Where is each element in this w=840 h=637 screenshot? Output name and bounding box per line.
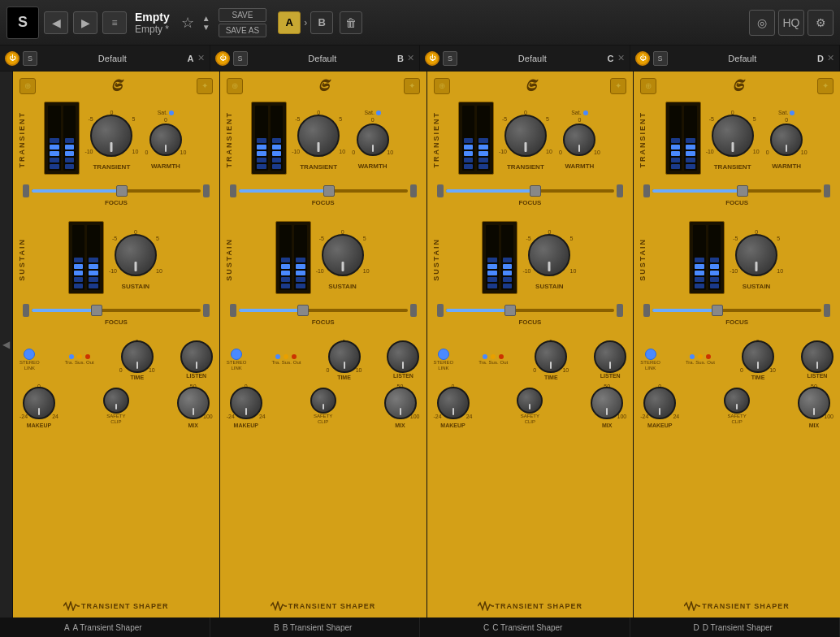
channels-area: ⊕ 𝕾 ✦ TRANSIENT [13, 72, 840, 618]
star-button[interactable]: ☆ [181, 14, 194, 32]
makeup-knob-b[interactable] [230, 387, 262, 419]
warmth-knob-b[interactable] [357, 124, 389, 156]
makeup-knob-a[interactable] [23, 387, 55, 419]
warmth-knob-a[interactable] [149, 124, 182, 156]
time-knob-a[interactable] [121, 340, 154, 373]
listen-knob-a[interactable] [180, 340, 213, 373]
time-knob-d[interactable] [742, 340, 774, 373]
transient-knob-area-a: 0 -5 5 -10 10 TRANSIENT [83, 110, 140, 171]
transient-knob-c[interactable] [504, 115, 547, 157]
warmth-label-a: WARMTH [151, 162, 180, 170]
plugin-logo-b: 𝕾 [318, 76, 328, 95]
channel-b-solo[interactable]: S [233, 51, 248, 66]
back-button[interactable]: ◀ [44, 11, 68, 34]
channel-a-solo[interactable]: S [23, 51, 37, 66]
focus-left-end-a[interactable] [23, 184, 29, 197]
plugin-corner-left-d[interactable]: ⊕ [640, 78, 656, 94]
plugin-corner-right-c[interactable]: ✦ [610, 78, 626, 94]
plugin-corner-left-a[interactable]: ⊕ [19, 78, 36, 94]
plugin-corner-left-c[interactable]: ⊕ [434, 78, 450, 94]
focus-bot-left-a[interactable] [23, 304, 29, 317]
channel-header-b: ⏻ S Default B ✕ [210, 46, 421, 71]
safety-clip-knob-b[interactable] [310, 388, 336, 414]
safety-clip-knob-c[interactable] [517, 388, 543, 414]
plugin-footer-b: TRANSIENT SHAPER [223, 600, 423, 613]
trash-button[interactable]: 🗑 [340, 11, 362, 34]
time-knob-c[interactable] [535, 340, 567, 373]
transient-knob-a[interactable] [90, 115, 132, 157]
channel-b-close[interactable]: ✕ [407, 53, 414, 63]
stereo-link-btn-a[interactable] [24, 349, 35, 360]
transient-section-a: TRANSIENT [16, 98, 216, 181]
channel-d-solo[interactable]: S [653, 51, 668, 66]
channel-c-power[interactable]: ⏻ [425, 51, 439, 66]
listen-knob-b[interactable] [387, 340, 419, 373]
warmth-knob-d[interactable] [770, 124, 803, 156]
bottom-label-c: C C Transient Shaper [420, 618, 630, 637]
focus-slider-bot-b: FOCUS [223, 301, 423, 337]
focus-thumb-bot-b[interactable] [297, 305, 309, 316]
footer-name-a: TRANSIENT SHAPER [81, 602, 169, 610]
meter-button[interactable]: ◎ [749, 10, 775, 36]
safety-clip-knob-a[interactable] [103, 388, 129, 414]
channel-c-solo[interactable]: S [443, 51, 457, 66]
preset-up-button[interactable]: ▲ [202, 14, 210, 23]
side-panel-toggle[interactable]: ◀ [0, 72, 13, 618]
focus-slider-bot-a: FOCUS [16, 301, 216, 337]
sus-dot-a [77, 354, 82, 359]
mix-knob-b[interactable] [384, 387, 417, 419]
focus-thumb-bot-a[interactable] [91, 305, 102, 316]
channel-c-letter: C [608, 54, 614, 63]
transient-vu-a [44, 102, 80, 175]
plugin-corner-right-d[interactable]: ✦ [817, 78, 834, 94]
listen-knob-d[interactable] [801, 340, 834, 373]
channel-a-preset: Default [41, 54, 184, 63]
channel-a-close[interactable]: ✕ [197, 53, 205, 63]
channel-d-power[interactable]: ⏻ [635, 51, 650, 66]
hq-button[interactable]: HQ [778, 10, 804, 36]
makeup-knob-c[interactable] [437, 387, 470, 419]
sustain-knob-b[interactable] [322, 234, 364, 276]
channel-d-close[interactable]: ✕ [827, 53, 834, 63]
plugin-corner-left-b[interactable]: ⊕ [227, 78, 243, 94]
channel-strip-b: ⊕ 𝕾 ✦ TRANSIENT [220, 72, 427, 618]
plugin-corner-right-a[interactable]: ✦ [197, 78, 213, 94]
mix-knob-d[interactable] [798, 387, 830, 419]
channel-c-close[interactable]: ✕ [617, 53, 625, 63]
focus-right-end-a[interactable] [203, 184, 210, 197]
time-knob-b[interactable] [328, 340, 361, 373]
mix-knob-a[interactable] [177, 387, 210, 419]
sustain-knob-c[interactable] [528, 234, 570, 276]
forward-button[interactable]: ▶ [73, 11, 97, 34]
save-button[interactable]: SAVE [219, 8, 267, 22]
warmth-knob-c[interactable] [563, 124, 595, 156]
listen-knob-c[interactable] [594, 340, 626, 373]
sustain-knob-d[interactable] [735, 234, 777, 276]
channel-a-power[interactable]: ⏻ [5, 51, 19, 66]
plugin-header-d: ⊕ 𝕾 ✦ [637, 76, 837, 95]
sustain-knob-a[interactable] [115, 234, 157, 276]
channel-a-letter: A [188, 54, 194, 63]
focus-thumb-top-b[interactable] [323, 185, 335, 197]
makeup-knob-d[interactable] [643, 387, 676, 419]
focus-thumb-top-a[interactable] [116, 185, 128, 197]
stereo-link-btn-b[interactable] [231, 349, 242, 360]
transient-knob-d[interactable] [712, 115, 754, 157]
save-as-button[interactable]: SAVE AS [219, 24, 267, 37]
focus-bot-right-a[interactable] [203, 304, 210, 317]
mix-knob-c[interactable] [591, 387, 623, 419]
menu-button[interactable]: ≡ [102, 11, 127, 34]
bottom-controls-c: STEREOLINK Tra. Sus. Out [431, 337, 630, 430]
channel-strip-a: ⊕ 𝕾 ✦ TRANSIENT [13, 72, 220, 618]
settings-button[interactable]: ⚙ [808, 10, 834, 36]
transient-knob-b[interactable] [297, 115, 340, 157]
ab-a-button[interactable]: A [278, 11, 301, 34]
ab-b-button[interactable]: B [310, 11, 333, 34]
plugin-corner-right-b[interactable]: ✦ [404, 78, 420, 94]
focus-label-top-a: FOCUS [23, 199, 210, 206]
transient-label-d: TRANSIENT [639, 111, 647, 168]
safety-clip-knob-d[interactable] [724, 388, 750, 414]
transient-section-c: TRANSIENT [431, 98, 630, 181]
channel-b-power[interactable]: ⏻ [215, 51, 230, 66]
preset-down-button[interactable]: ▼ [202, 23, 210, 32]
